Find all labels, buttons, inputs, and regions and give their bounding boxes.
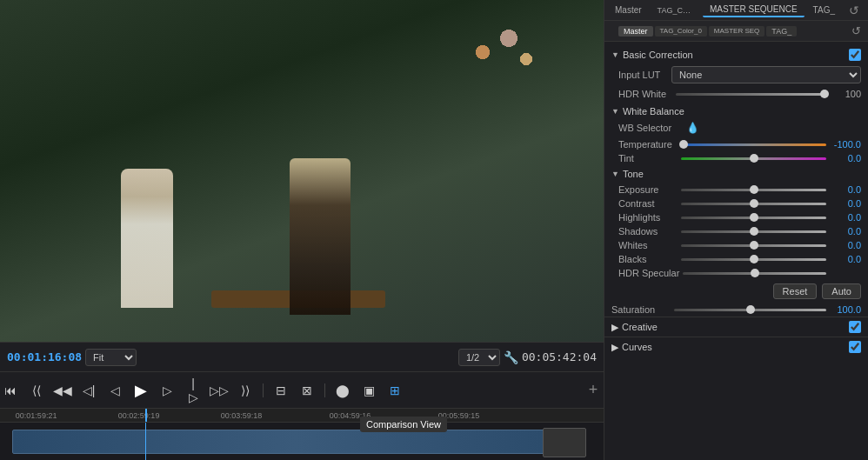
comparison-tooltip: Comparison View — [360, 417, 447, 432]
timecode-left: 00:01:16:08 — [7, 350, 82, 363]
exposure-label: Exposure — [618, 184, 678, 195]
blacks-slider[interactable] — [681, 258, 826, 261]
highlights-label: Highlights — [618, 212, 678, 223]
contrast-slider[interactable] — [681, 203, 826, 205]
tab-color[interactable]: TAG_Color_002.mp4 — [651, 4, 701, 17]
tab-master[interactable]: Master — [608, 3, 649, 17]
hdr-white-slider[interactable] — [676, 93, 825, 96]
temperature-thumb[interactable] — [679, 140, 688, 149]
hdr-specular-slider[interactable] — [683, 272, 826, 275]
timeline-label-3: 00:03:59:18 — [221, 411, 263, 420]
input-lut-row: Input LUT None — [604, 64, 868, 87]
fx-reset-icon[interactable]: ↺ — [851, 24, 861, 37]
timeline-clip[interactable] — [12, 430, 579, 454]
step-back-clip-button[interactable]: ◀◀ — [52, 380, 73, 401]
creative-section-header[interactable]: ▶ Creative — [604, 317, 868, 337]
shadows-row: Shadows 0.0 — [604, 224, 868, 238]
play-button[interactable]: ▶ — [130, 380, 151, 401]
timeline-area[interactable]: 00:01:59:21 00:02:59:19 00:03:59:18 00:0… — [0, 408, 604, 460]
playhead-ruler — [145, 409, 147, 422]
video-preview[interactable] — [0, 0, 604, 342]
fx-tab-master[interactable]: Master — [618, 26, 653, 37]
curves-section-header[interactable]: ▶ Curves — [604, 337, 868, 357]
fx-tab-master-seq[interactable]: MASTER SEQ — [709, 26, 765, 37]
step-back-5-button[interactable]: ◁ — [104, 380, 125, 401]
export-frame-button[interactable]: ⬤ — [332, 380, 353, 401]
insert-edit-button[interactable]: ⊟ — [270, 380, 291, 401]
contrast-row: Contrast 0.0 — [604, 197, 868, 210]
temperature-slider[interactable] — [681, 143, 826, 146]
shadows-slider[interactable] — [681, 230, 826, 233]
scene-decoration — [457, 17, 544, 87]
fx-header: Master TAG_Color_0 MASTER SEQ TAG_ ↺ — [604, 21, 868, 42]
saturation-thumb[interactable] — [746, 305, 755, 314]
timeline-track[interactable] — [0, 423, 604, 460]
highlights-value: 0.0 — [830, 212, 861, 223]
tint-slider[interactable] — [681, 157, 826, 160]
hdr-specular-thumb[interactable] — [751, 269, 759, 277]
step-back-frame-button[interactable]: ⟨⟨ — [26, 380, 47, 401]
step-back-one-button[interactable]: ◁| — [78, 380, 99, 401]
hdr-white-thumb[interactable] — [820, 90, 829, 98]
tone-header[interactable]: ▼ Tone — [604, 165, 868, 183]
fx-tab-tag2[interactable]: TAG_ — [766, 26, 797, 37]
wb-eyedropper-button[interactable]: 💧 — [686, 122, 699, 134]
temperature-value: -100.0 — [830, 139, 861, 150]
panel-reset-icon[interactable]: ↺ — [844, 2, 865, 19]
temperature-row: Temperature -100.0 — [604, 137, 868, 151]
saturation-row: Saturation 100.0 — [604, 303, 868, 317]
tint-value: 0.0 — [830, 153, 861, 163]
saturation-slider[interactable] — [674, 309, 826, 311]
basic-correction-header[interactable]: ▼ Basic Correction — [604, 45, 868, 64]
tab-master-sequence[interactable]: MASTER SEQUENCE — [703, 3, 805, 17]
reset-button[interactable]: Reset — [773, 283, 818, 299]
whites-slider[interactable] — [681, 244, 826, 247]
fx-tabs: Master TAG_Color_0 MASTER SEQ TAG_ — [618, 26, 848, 37]
left-panel: 00:01:16:08 Fit25%50%75%100% 1/2Full1/41… — [0, 0, 604, 460]
highlights-row: Highlights 0.0 — [604, 210, 868, 224]
hdr-specular-row: HDR Specular — [604, 266, 868, 280]
step-forward-one-button[interactable]: |▷ — [183, 380, 204, 401]
white-balance-header[interactable]: ▼ White Balance — [604, 103, 868, 120]
settings-icon[interactable]: 🔧 — [504, 350, 518, 364]
step-back-start-button[interactable]: ⏮ — [0, 380, 21, 401]
step-forward-5-button[interactable]: ▷ — [157, 380, 177, 401]
tab-tag[interactable]: TAG_ — [806, 3, 842, 17]
highlights-thumb[interactable] — [750, 213, 758, 222]
auto-button[interactable]: Auto — [822, 283, 861, 299]
exposure-slider[interactable] — [681, 189, 826, 191]
input-lut-select[interactable]: None — [671, 66, 861, 83]
basic-correction-checkbox[interactable] — [849, 49, 861, 61]
separator-2 — [324, 383, 325, 397]
contrast-thumb[interactable] — [750, 199, 758, 208]
shadows-thumb[interactable] — [750, 227, 758, 236]
playback-controls: ⏮ ⟨⟨ ◀◀ ◁| ◁ ▶ ▷ |▷ ▷▷ ⟩⟩ ⊟ ⊠ ⬤ ▣ ⊞ Comp… — [0, 371, 604, 408]
white-balance-label: White Balance — [623, 106, 684, 117]
fit-select[interactable]: Fit25%50%75%100% — [85, 349, 137, 366]
quality-select[interactable]: 1/2Full1/41/8 — [458, 349, 500, 366]
reset-auto-row: Reset Auto — [604, 280, 868, 303]
input-lut-label: Input LUT — [618, 70, 666, 80]
wb-selector-label: WB Selector — [618, 123, 681, 133]
add-track-button[interactable]: + — [583, 380, 604, 401]
fx-tab-tag-color[interactable]: TAG_Color_0 — [655, 26, 707, 37]
creative-arrow: ▶ — [611, 322, 618, 333]
step-forward-frame-button[interactable]: ⟩⟩ — [235, 380, 256, 401]
basic-correction-arrow: ▼ — [611, 50, 619, 59]
whites-thumb[interactable] — [750, 241, 758, 250]
whites-row: Whites 0.0 — [604, 238, 868, 252]
blacks-thumb[interactable] — [750, 255, 758, 263]
step-forward-clip-button[interactable]: ▷▷ — [209, 380, 230, 401]
separator-1 — [263, 383, 264, 397]
contrast-label: Contrast — [618, 198, 678, 209]
highlights-slider[interactable] — [681, 217, 826, 219]
button-x[interactable]: ▣ — [358, 380, 379, 401]
comparison-view-button[interactable]: ⊞ — [384, 380, 405, 401]
curves-checkbox[interactable] — [849, 341, 861, 353]
exposure-thumb[interactable] — [750, 185, 758, 194]
tint-thumb[interactable] — [750, 154, 758, 163]
overwrite-edit-button[interactable]: ⊠ — [297, 380, 317, 401]
panel-tabs: Master TAG_Color_002.mp4 MASTER SEQUENCE… — [604, 0, 868, 21]
exposure-row: Exposure 0.0 — [604, 183, 868, 197]
creative-checkbox[interactable] — [849, 321, 861, 333]
